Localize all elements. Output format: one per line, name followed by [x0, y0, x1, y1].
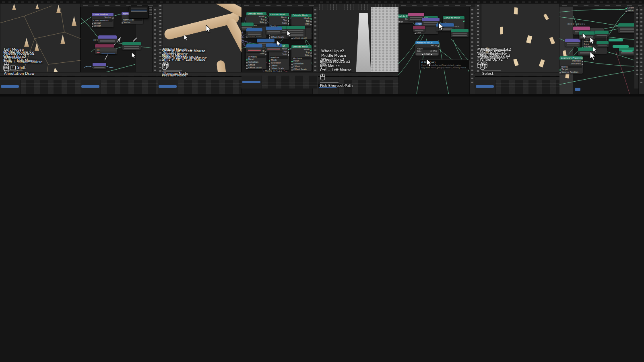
- node[interactable]: [246, 28, 262, 36]
- geometry-proximity-node[interactable]: Geometry Proximity Position Distance Poi…: [559, 56, 583, 74]
- node[interactable]: [100, 48, 117, 54]
- footer-bar: [242, 94, 318, 97]
- shortcut-line: Middle Mouse x2: [3, 50, 37, 55]
- collapsed-node[interactable]: [609, 39, 623, 41]
- mouse-icon: [3, 64, 8, 71]
- shortcut-line: Wheel Up x2: [321, 49, 346, 53]
- mode-dropdown[interactable]: Points: [560, 66, 582, 68]
- menu-bar[interactable]: [158, 0, 242, 4]
- plank: [538, 59, 546, 68]
- shortcut-line: Wheel Up x2: [3, 55, 37, 59]
- data-type-dropdown[interactable]: Float: [416, 47, 438, 50]
- cursor: [438, 23, 444, 31]
- node[interactable]: [413, 26, 425, 32]
- spreadsheet-panel[interactable]: [242, 72, 318, 88]
- plank: [500, 27, 504, 35]
- cross-product-node[interactable]: Cross Product Vector Cross Product Vecto…: [92, 13, 114, 27]
- editor-tabs[interactable]: [242, 4, 318, 7]
- node[interactable]: [597, 41, 609, 47]
- stone-branch: [225, 17, 242, 60]
- node[interactable]: [93, 63, 106, 69]
- footer-bar: [0, 94, 80, 97]
- spreadsheet-panel[interactable]: [0, 76, 80, 94]
- menu-bar[interactable]: [242, 0, 318, 4]
- node[interactable]: [451, 29, 469, 37]
- shortcut-overlay: Middle Mouse x2 Wheel Up x2 Shift + Left…: [3, 50, 37, 71]
- node[interactable]: [565, 39, 580, 47]
- popup-menu[interactable]: [129, 6, 149, 19]
- menu-bar[interactable]: [559, 0, 644, 4]
- spreadsheet-panel[interactable]: [158, 76, 242, 94]
- mouse-icon: [480, 63, 485, 70]
- shortcut-line: Middle Mouse: [321, 53, 346, 58]
- footer-bar: [80, 94, 158, 97]
- wall-block: [371, 7, 398, 76]
- shortcut-line: Middle Mouse x3: [480, 53, 510, 58]
- action-label: Select: [482, 72, 507, 76]
- cursor: [131, 52, 136, 59]
- cursor: [589, 37, 595, 45]
- node[interactable]: [98, 35, 117, 43]
- footer-bar: [318, 94, 398, 97]
- footer-bar: [158, 94, 242, 97]
- menu-bar[interactable]: [80, 0, 158, 4]
- wall-tower: [356, 13, 371, 76]
- plank: [513, 58, 519, 66]
- cursor: [276, 40, 281, 47]
- cursor: [426, 59, 432, 68]
- overlay-divider: [320, 82, 339, 82]
- node[interactable]: [246, 44, 262, 52]
- shortcut-line: Wheel Up x2: [321, 58, 346, 62]
- max-drag-field[interactable]: ◂ 0.760 ▸: [416, 53, 438, 56]
- menu-bar[interactable]: [475, 0, 559, 4]
- shortcut-line: Shift + Left Mouse: [3, 59, 37, 63]
- mode-dropdown[interactable]: Vertices: [247, 56, 266, 58]
- node[interactable]: [266, 27, 282, 35]
- menu-bar[interactable]: [0, 0, 80, 4]
- shortcut-line: Shift + Alt + Left Mouse: [162, 58, 205, 62]
- shortcut-line: Wheel Down x7: [480, 49, 510, 53]
- collapsed-node[interactable]: [621, 50, 633, 52]
- cursor: [287, 31, 291, 37]
- shortcut-overlay: Wheel Down x7 Middle Mouse x3 Wheel Up x…: [480, 49, 510, 70]
- editor-tabs[interactable]: [559, 4, 644, 7]
- video-grid: Middle Mouse x2 Left Mouse Ctrl + Left M…: [0, 0, 644, 362]
- node[interactable]: [122, 42, 141, 50]
- action-label: Pick Shortest Path: [320, 84, 353, 88]
- shortcut-line: Shift + Alt + Left Mouse: [162, 49, 205, 53]
- footer-bar: [398, 94, 475, 97]
- mode-dropdown[interactable]: Vertices: [270, 56, 288, 59]
- cursor: [582, 33, 587, 40]
- spreadsheet-panel[interactable]: [80, 76, 158, 94]
- plank: [513, 7, 519, 15]
- editor-tabs[interactable]: [398, 4, 475, 7]
- operation-dropdown[interactable]: Cross Product: [93, 19, 113, 22]
- random-value-node[interactable]: Random Value Value Float Min0.250 ◂ 0.76…: [415, 41, 439, 56]
- shift-key-icon: ⇧: [10, 66, 16, 70]
- frame-label: KEEP FIELDS: [568, 23, 585, 25]
- shortcut-line: Middle Mouse: [162, 53, 205, 58]
- key-label: Shift: [17, 66, 25, 70]
- mode-dropdown[interactable]: Vertices: [292, 57, 311, 60]
- node[interactable]: [595, 31, 609, 37]
- overlay-divider: [482, 70, 501, 70]
- plank: [543, 13, 549, 21]
- mouse-icon: [162, 63, 167, 70]
- cursor: [589, 51, 596, 61]
- cursor: [184, 35, 188, 41]
- menu-bar[interactable]: [318, 0, 398, 4]
- add-button[interactable]: [575, 88, 580, 91]
- footer-bar: [559, 94, 644, 97]
- operation-dropdown[interactable]: Normalize: [122, 19, 142, 21]
- extrude-mesh-node[interactable]: Extrude Mesh MeshTopSide Vertices MeshSe…: [291, 45, 312, 71]
- menu-bar[interactable]: [398, 0, 475, 4]
- shortcut-overlay: Wheel Up x2 Middle Mouse Wheel Up x2: [321, 49, 346, 70]
- overlay-divider: [162, 72, 180, 72]
- cursor: [205, 25, 212, 34]
- footer-bar: [475, 94, 559, 97]
- collapsed-node[interactable]: [613, 45, 629, 48]
- crosshair-cursor: [390, 45, 396, 51]
- mouse-icon: [320, 74, 325, 80]
- properties-column[interactable]: [638, 4, 644, 97]
- spreadsheet-panel[interactable]: [475, 76, 559, 94]
